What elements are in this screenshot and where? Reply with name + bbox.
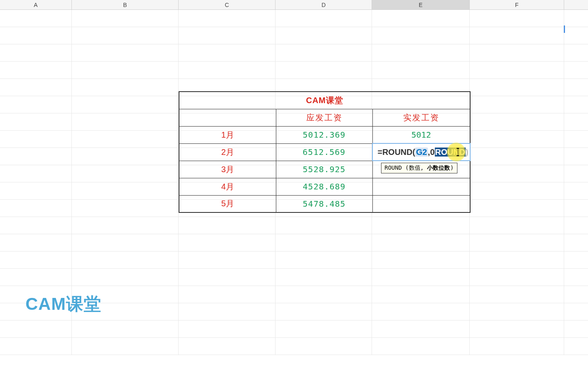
salary-due-4[interactable]: 4528.689 [276, 178, 372, 195]
column-header-b[interactable]: B [72, 0, 179, 9]
formula-selected-text: ROUND [435, 148, 466, 157]
header-salary-due[interactable]: 应发工资 [276, 109, 372, 126]
month-3[interactable]: 3月 [179, 161, 276, 178]
formula-equals: = [377, 148, 382, 157]
month-2[interactable]: 2月 [179, 143, 276, 161]
salary-due-1[interactable]: 5012.369 [276, 126, 372, 143]
text-cursor-icon [457, 148, 458, 156]
salary-due-2[interactable]: 6512.569 [276, 143, 372, 161]
header-salary-actual[interactable]: 实发工资 [372, 109, 470, 126]
month-4[interactable]: 4月 [179, 178, 276, 195]
salary-actual-4[interactable] [372, 178, 470, 195]
table-title: CAM课堂 [179, 92, 470, 109]
salary-actual-3[interactable]: ROUND (数值, 小数位数) [372, 161, 470, 178]
column-header-f[interactable]: F [470, 0, 564, 9]
salary-actual-5[interactable] [372, 195, 470, 212]
active-formula-cell[interactable]: ==ROUNDROUND(G2,0ROUND) [372, 143, 470, 161]
tooltip-args: (数值, [405, 164, 424, 171]
salary-due-3[interactable]: 5528.925 [276, 161, 372, 178]
formula-arg-0: 0 [430, 148, 434, 157]
right-edge-marker [564, 25, 565, 33]
tooltip-active-arg: 小数位数 [427, 164, 450, 171]
salary-actual-1[interactable]: 5012 [372, 126, 470, 143]
column-header-e[interactable]: E [372, 0, 470, 9]
watermark-text: CAM课堂 [25, 293, 101, 316]
formula-close-paren: ) [466, 148, 469, 157]
month-5[interactable]: 5月 [179, 195, 276, 212]
column-header-d[interactable]: D [276, 0, 372, 9]
tooltip-func: ROUND [385, 164, 402, 171]
column-headers-row: A B C D E F [0, 0, 588, 10]
month-1[interactable]: 1月 [179, 126, 276, 143]
data-table-area: CAM课堂 应发工资 实发工资 1月 5012.369 5012 2月 6512… [179, 91, 471, 213]
column-header-c[interactable]: C [179, 0, 276, 9]
formula-tooltip[interactable]: ROUND (数值, 小数位数) [381, 163, 457, 173]
formula-cell-ref: G2 [415, 148, 428, 157]
column-header-a[interactable]: A [0, 0, 72, 9]
header-month-empty[interactable] [179, 109, 276, 126]
salary-due-5[interactable]: 5478.485 [276, 195, 372, 212]
tooltip-end: ) [450, 164, 453, 171]
salary-table: CAM课堂 应发工资 实发工资 1月 5012.369 5012 2月 6512… [179, 91, 471, 213]
